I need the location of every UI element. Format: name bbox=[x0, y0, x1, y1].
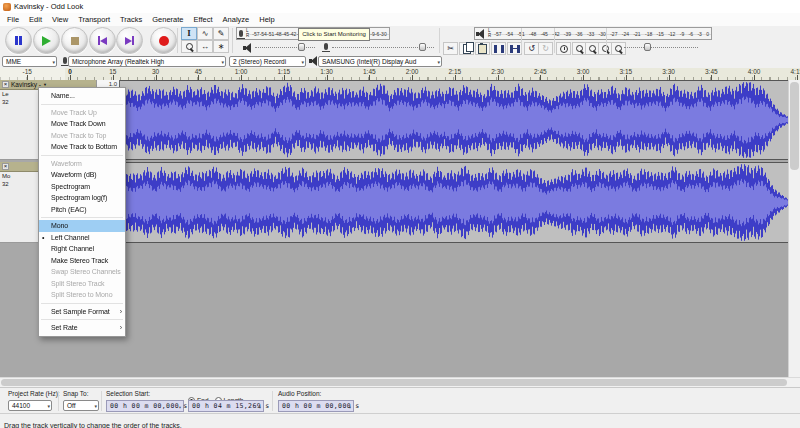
menubar-item-tracks[interactable]: Tracks bbox=[115, 15, 147, 24]
timeshift-tool-button[interactable]: ↔ bbox=[197, 40, 213, 53]
close-track-icon[interactable]: × bbox=[2, 81, 9, 88]
menu-item-name[interactable]: Name... bbox=[39, 90, 125, 102]
window-title: Kavinsky - Odd Look bbox=[14, 2, 83, 11]
output-volume-thumb[interactable] bbox=[298, 43, 305, 51]
zoom-tool-button[interactable] bbox=[181, 40, 197, 53]
audio-position-field[interactable]: 00 h 00 m 00,000 s▾ bbox=[278, 400, 354, 412]
pause-icon bbox=[15, 36, 22, 45]
selection-start-field[interactable]: 00 h 00 m 00,000 s▾ bbox=[106, 400, 184, 412]
playback-meter[interactable]: LR -57-54-51-48-45-42-39-36-33-30-27-24-… bbox=[474, 27, 712, 40]
record-button[interactable] bbox=[150, 27, 177, 54]
cut-button[interactable]: ✂ bbox=[443, 42, 458, 55]
title-bar: Kavinsky - Odd Look bbox=[0, 0, 800, 13]
draw-tool-button[interactable]: ✎ bbox=[213, 27, 229, 40]
track-2-waveform[interactable] bbox=[120, 162, 789, 243]
menu-item-label: Pitch (EAC) bbox=[51, 206, 86, 213]
menubar-item-analyze[interactable]: Analyze bbox=[218, 15, 255, 24]
pause-button[interactable] bbox=[5, 27, 32, 54]
meter-scale-value: 0 bbox=[384, 31, 387, 37]
input-volume-slider[interactable] bbox=[332, 42, 434, 52]
pencil-icon: ✎ bbox=[218, 29, 225, 38]
sync-lock-button[interactable] bbox=[556, 42, 571, 55]
snap-to-select[interactable]: Off▾ bbox=[63, 400, 99, 411]
play-speed-slider[interactable] bbox=[624, 42, 698, 52]
recording-channels-select[interactable]: 2 (Stereo) Recordi▾ bbox=[229, 56, 306, 67]
play-speed-thumb[interactable] bbox=[644, 43, 651, 51]
chevron-down-icon: ▾ bbox=[301, 57, 304, 67]
menu-item-set-rate[interactable]: Set Rate› bbox=[39, 322, 125, 334]
undo-button[interactable]: ↺ bbox=[524, 42, 539, 55]
input-volume-thumb[interactable] bbox=[419, 43, 426, 51]
timeline-label: 4:00 bbox=[748, 68, 761, 75]
output-volume-slider[interactable] bbox=[255, 42, 315, 52]
menu-item-left-channel[interactable]: •Left Channel bbox=[39, 232, 125, 244]
envelope-tool-button[interactable]: ∿ bbox=[197, 27, 213, 40]
skip-to-start-icon bbox=[98, 36, 107, 45]
copy-button[interactable] bbox=[459, 42, 474, 55]
menubar-item-effect[interactable]: Effect bbox=[189, 15, 218, 24]
project-rate-select[interactable]: 44100▾ bbox=[8, 400, 52, 411]
meter-scale-value: -21 bbox=[633, 31, 640, 37]
playback-device-select[interactable]: SAMSUNG (Intel(R) Display Aud▾ bbox=[318, 56, 442, 67]
menu-item-move-track-down[interactable]: Move Track Down bbox=[39, 118, 125, 130]
copy-icon bbox=[463, 44, 471, 54]
menu-item-make-stereo-track[interactable]: Make Stereo Track bbox=[39, 255, 125, 267]
menu-item-label: Make Stereo Track bbox=[51, 257, 108, 264]
timeline-label: 1:30 bbox=[320, 68, 333, 75]
vertical-scrollbar-thumb[interactable] bbox=[790, 82, 799, 170]
menu-item-split-stereo-to-mono[interactable]: Split Stereo to Mono bbox=[39, 289, 125, 301]
cut-icon: ✂ bbox=[447, 44, 454, 53]
redo-button[interactable]: ↻ bbox=[538, 42, 553, 55]
menu-item-move-track-to-top[interactable]: Move Track to Top bbox=[39, 130, 125, 142]
menu-item-label: Split Stereo Track bbox=[51, 280, 104, 287]
menubar-item-transport[interactable]: Transport bbox=[73, 15, 115, 24]
recording-device-select[interactable]: Microphone Array (Realtek High▾ bbox=[68, 56, 226, 67]
audio-host-select[interactable]: MME▾ bbox=[2, 56, 57, 67]
stop-button[interactable] bbox=[61, 27, 88, 54]
menubar-item-help[interactable]: Help bbox=[254, 15, 279, 24]
selection-tool-button[interactable]: I bbox=[181, 27, 197, 40]
menu-item-waveform-db[interactable]: Waveform (dB) bbox=[39, 169, 125, 181]
menu-item-swap-stereo-channels[interactable]: Swap Stereo Channels bbox=[39, 266, 125, 278]
chevron-down-icon: ▾ bbox=[221, 57, 224, 67]
device-toolbar: MME▾ Microphone Array (Realtek High▾ 2 (… bbox=[0, 55, 800, 69]
horizontal-scrollbar-thumb[interactable] bbox=[1, 379, 787, 386]
menu-separator bbox=[41, 303, 123, 304]
toolbar-area: I∿✎↔∗ LR -57-54-51-48-45-42-39-36-33-30-… bbox=[0, 26, 800, 56]
track-title[interactable]: Kavinsky - bbox=[11, 81, 41, 88]
menu-item-spectrogram[interactable]: Spectrogram bbox=[39, 181, 125, 193]
magnifier-icon bbox=[186, 43, 193, 50]
menu-item-move-track-up[interactable]: Move Track Up bbox=[39, 107, 125, 119]
track-1-waveform[interactable] bbox=[120, 80, 789, 160]
menu-item-right-channel[interactable]: Right Channel bbox=[39, 243, 125, 255]
menubar-item-file[interactable]: File bbox=[2, 15, 24, 24]
selection-end-field[interactable]: 00 h 04 m 15,269 s▾ bbox=[188, 400, 264, 412]
trim-button[interactable] bbox=[491, 42, 506, 55]
menu-item-mono[interactable]: Mono bbox=[39, 220, 125, 232]
skip-to-end-button[interactable] bbox=[116, 27, 143, 54]
menubar-item-edit[interactable]: Edit bbox=[24, 15, 47, 24]
meter-scale-value: -18 bbox=[645, 31, 652, 37]
playback-meter-channels: LR bbox=[488, 29, 491, 38]
menu-item-waveform[interactable]: Waveform bbox=[39, 158, 125, 170]
menu-item-set-sample-format[interactable]: Set Sample Format› bbox=[39, 306, 125, 318]
menubar-item-generate[interactable]: Generate bbox=[147, 15, 188, 24]
menu-item-split-stereo-track[interactable]: Split Stereo Track bbox=[39, 278, 125, 290]
menu-item-spectrogram-log-f[interactable]: Spectrogram log(f) bbox=[39, 192, 125, 204]
vertical-scrollbar[interactable] bbox=[788, 80, 800, 377]
play-button[interactable] bbox=[33, 27, 60, 54]
paste-button[interactable] bbox=[475, 42, 490, 55]
stop-icon bbox=[71, 37, 79, 45]
menu-separator bbox=[41, 319, 123, 320]
menu-item-pitch-eac[interactable]: Pitch (EAC) bbox=[39, 204, 125, 216]
close-track-icon[interactable]: × bbox=[2, 163, 9, 170]
timeline-label: 15 bbox=[109, 68, 116, 75]
multi-tool-button[interactable]: ∗ bbox=[213, 40, 229, 53]
timeline-label: 2:30 bbox=[491, 68, 504, 75]
silence-button[interactable] bbox=[507, 42, 522, 55]
play-icon bbox=[42, 36, 51, 46]
menubar-item-view[interactable]: View bbox=[47, 15, 73, 24]
menu-item-move-track-to-bottom[interactable]: Move Track to Bottom bbox=[39, 141, 125, 153]
meter-scale-value: -57 bbox=[494, 31, 501, 37]
skip-to-start-button[interactable] bbox=[89, 27, 116, 54]
